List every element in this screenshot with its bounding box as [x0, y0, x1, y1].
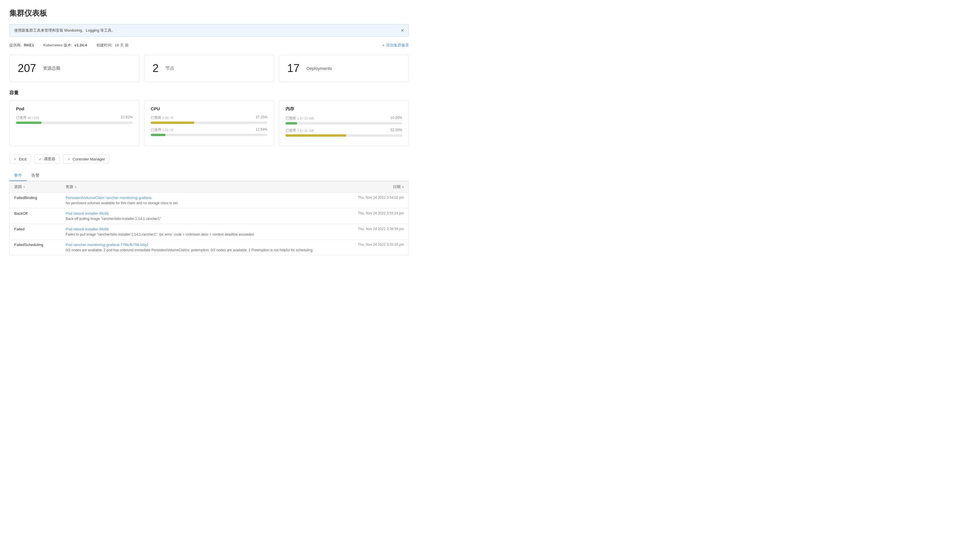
check-icon-1: ✓ [38, 157, 42, 161]
capacity-card-title-2: 内存 [286, 106, 402, 112]
col-resource: 资源⇅ [61, 182, 334, 193]
status-label-0: Etcd [19, 157, 27, 161]
capacity-card-title-0: Pod [16, 106, 133, 111]
table-row: FailedBindingPersistentVolumeClaim ranch… [10, 193, 409, 208]
td-reason-2: Failed [10, 224, 61, 240]
status-row: ✓Etcd✓调度器✓Controller Manager [9, 154, 409, 163]
td-date-1: Thu, Nov 24 2022 3:53:24 pm [334, 208, 409, 224]
td-resource-0: PersistentVolumeClaim rancher-monitoring… [61, 193, 334, 208]
td-resource-2: Pod istioctl-installer-6fc6bFailed to pu… [61, 224, 334, 240]
stat-card-nodes: 2 节点 [144, 55, 274, 82]
resource-link-1[interactable]: Pod istioctl-installer-6fc6b [66, 211, 330, 216]
stats-row: 207 资源总额 2 节点 17 Deployments [9, 55, 409, 82]
progress-fill-0-0 [16, 122, 42, 124]
page-title: 集群仪表板 [9, 8, 409, 18]
events-tbody: FailedBindingPersistentVolumeClaim ranch… [10, 193, 409, 255]
check-icon-0: ✓ [13, 157, 17, 161]
status-badge-1: ✓调度器 [34, 154, 60, 163]
td-resource-3: Pod rancher-monitoring-grafana-77f8cfb75… [61, 240, 334, 255]
capacity-row: Pod已使用 48 / 22021.82%CPU已预留 2.98 / 837.2… [9, 100, 409, 146]
td-reason-1: BackOff [10, 208, 61, 224]
resource-sub-0: No persistent volumes available for this… [66, 201, 178, 205]
progress-fill-1-0 [151, 122, 194, 124]
table-row: BackOffPod istioctl-installer-6fc6bBack-… [10, 208, 409, 224]
table-header: 原因⇅ 资源⇅ 日期⇅ [10, 182, 409, 193]
badge-icon: ≡ [382, 43, 385, 48]
add-cluster-badge-button[interactable]: ≡ 添加集群徽章 [382, 43, 409, 48]
capacity-card-title-1: CPU [151, 106, 268, 111]
events-table-wrapper: 原因⇅ 资源⇅ 日期⇅ FailedBindingPersistentVolum… [9, 181, 409, 255]
status-badge-0: ✓Etcd [9, 154, 31, 163]
td-reason-0: FailedBinding [10, 193, 61, 208]
progress-fill-2-0 [286, 122, 297, 125]
table-row: FailedPod istioctl-installer-6fc6bFailed… [10, 224, 409, 240]
status-label-1: 调度器 [44, 157, 55, 162]
td-resource-1: Pod istioctl-installer-6fc6bBack-off pul… [61, 208, 334, 224]
provider-label: 提供商: RKE1 [9, 43, 34, 48]
progress-bg-1-1 [151, 134, 268, 136]
resource-sub-1: Back-off pulling image "rancher/istio-in… [66, 217, 161, 221]
capacity-card-2: 内存已预留 1.8 / 15 GiB10.00%已使用 7.8 / 15 GiB… [279, 100, 409, 146]
progress-fill-1-1 [151, 134, 166, 136]
capacity-row-2-1: 已使用 7.8 / 15 GiB52.00% [286, 128, 402, 137]
stat-number-nodes: 2 [152, 62, 159, 75]
capacity-row-1-1: 已使用 1.01 / 812.59% [151, 127, 268, 136]
stat-label-resources: 资源总额 [43, 65, 60, 71]
notice-close-button[interactable]: × [401, 28, 404, 33]
k8s-version: Kubernetes 版本: v1.24.4 [43, 43, 87, 48]
td-date-3: Thu, Nov 24 2022 3:33:26 pm [334, 240, 409, 255]
progress-bg-1-0 [151, 122, 268, 124]
progress-fill-2-1 [286, 134, 346, 137]
capacity-card-1: CPU已预留 2.98 / 837.25%已使用 1.01 / 812.59% [144, 100, 274, 146]
capacity-row-1-0: 已预留 2.98 / 837.25% [151, 115, 268, 124]
resource-link-0[interactable]: PersistentVolumeClaim rancher-monitoring… [66, 195, 330, 200]
tabs-row: 事件告警 [9, 171, 409, 181]
capacity-section: 容量 Pod已使用 48 / 22021.82%CPU已预留 2.98 / 83… [9, 90, 409, 146]
stat-card-resources: 207 资源总额 [9, 55, 139, 82]
resource-link-2[interactable]: Pod istioctl-installer-6fc6b [66, 227, 330, 231]
table-row: FailedSchedulingPod rancher-monitoring-g… [10, 240, 409, 255]
resource-link-3[interactable]: Pod rancher-monitoring-grafana-77f8cfb75… [66, 243, 330, 247]
tab-alerts[interactable]: 告警 [27, 171, 44, 181]
status-badge-2: ✓Controller Manager [63, 154, 109, 163]
progress-bg-0-0 [16, 122, 133, 124]
notice-text: 使用新集群工具来管理和安装 Monitoring、Logging 等工具。 [14, 28, 115, 33]
tab-events[interactable]: 事件 [9, 171, 27, 181]
meta-bar: 提供商: RKE1 Kubernetes 版本: v1.24.4 创建时间: 1… [9, 43, 409, 48]
td-date-0: Thu, Nov 24 2022 3:54:02 pm [334, 193, 409, 208]
check-icon-2: ✓ [67, 157, 71, 161]
capacity-title: 容量 [9, 90, 409, 96]
stat-label-nodes: 节点 [166, 65, 174, 71]
resource-sub-2: Failed to pull image "rancher/istio-inst… [66, 232, 254, 237]
badge-label: 添加集群徽章 [386, 43, 409, 48]
capacity-card-0: Pod已使用 48 / 22021.82% [9, 100, 139, 146]
stat-number-resources: 207 [18, 62, 36, 75]
capacity-row-2-0: 已预留 1.8 / 15 GiB10.00% [286, 116, 402, 125]
col-reason: 原因⇅ [10, 182, 61, 193]
td-reason-3: FailedScheduling [10, 240, 61, 255]
stat-card-deployments: 17 Deployments [279, 55, 409, 82]
notice-bar: 使用新集群工具来管理和安装 Monitoring、Logging 等工具。 × [9, 24, 409, 37]
td-date-2: Thu, Nov 24 2022 3:38:54 pm [334, 224, 409, 240]
status-label-2: Controller Manager [73, 157, 105, 161]
progress-bg-2-0 [286, 122, 402, 125]
created-time: 创建时间: 16 天 前 [96, 43, 129, 48]
stat-label-deployments: Deployments [306, 66, 332, 71]
events-table: 原因⇅ 资源⇅ 日期⇅ FailedBindingPersistentVolum… [10, 182, 409, 255]
stat-number-deployments: 17 [287, 62, 299, 75]
progress-bg-2-1 [286, 134, 402, 137]
resource-sub-3: 0/2 nodes are available: 2 pod has unbou… [66, 248, 313, 252]
col-date: 日期⇅ [334, 182, 409, 193]
capacity-row-0-0: 已使用 48 / 22021.82% [16, 115, 133, 124]
